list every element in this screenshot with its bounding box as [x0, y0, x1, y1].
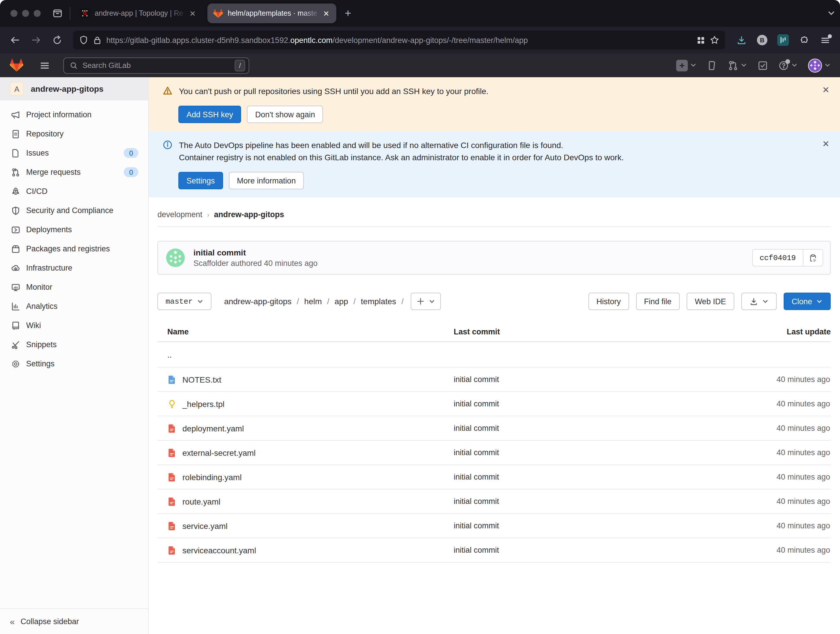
path-segment-app[interactable]: app [335, 296, 348, 306]
sidebar-item-snippets[interactable]: Snippets [0, 335, 148, 354]
dont-show-again-button[interactable]: Don't show again [247, 106, 323, 123]
commit-author-avatar [166, 249, 185, 267]
sidebar-item-analytics[interactable]: Analytics [0, 296, 148, 316]
rocket-icon [11, 187, 21, 196]
last-commit-link[interactable]: initial commit [454, 399, 697, 408]
firefox-view-icon[interactable] [49, 5, 66, 22]
file-name-link[interactable]: external-secret.yaml [182, 448, 256, 457]
history-button[interactable]: History [588, 293, 629, 310]
sidebar-item-settings[interactable]: Settings [0, 354, 148, 373]
zoom-window-button[interactable] [34, 10, 41, 17]
sidebar-item-infrastructure[interactable]: Infrastructure [0, 259, 148, 278]
minimize-window-button[interactable] [22, 10, 29, 17]
settings-button[interactable]: Settings [178, 172, 223, 189]
menu-notification-dot [828, 34, 832, 38]
breadcrumb: development › andrew-app-gitops [158, 210, 831, 219]
sidebar-item-monitor[interactable]: Monitor [0, 278, 148, 296]
tab-redhat-topology[interactable]: andrew-app | Topology | Red Ha ✕ [74, 3, 203, 23]
new-tab-button[interactable]: + [339, 4, 357, 23]
sidebar-item-deployments[interactable]: Deployments [0, 220, 148, 239]
downloads-icon[interactable] [732, 31, 750, 49]
branch-selector[interactable]: master [158, 293, 212, 310]
help-menu-button[interactable] [778, 60, 797, 71]
back-icon[interactable] [6, 31, 24, 49]
new-menu-button[interactable]: + [676, 60, 696, 71]
file-name-link[interactable]: serviceaccount.yaml [182, 546, 256, 555]
last-commit-link[interactable]: initial commit [454, 473, 697, 481]
bitwarden-icon[interactable]: B [753, 31, 771, 49]
url-text[interactable]: https://gitlab-gitlab.apps.cluster-d5nh9… [106, 36, 692, 44]
forward-icon[interactable] [27, 31, 45, 49]
last-commit-link[interactable]: initial commit [454, 546, 697, 554]
parent-directory-row[interactable]: .. [158, 342, 831, 367]
last-commit-link[interactable]: initial commit [454, 424, 697, 432]
file-name-link[interactable]: NOTES.txt [182, 375, 221, 384]
autodevops-alert-message: The Auto DevOps pipeline has been enable… [179, 139, 624, 164]
file-name-link[interactable]: rolebinding.yaml [182, 472, 242, 482]
download-source-button[interactable] [741, 293, 776, 310]
sidebar-item-packages-and-registries[interactable]: Packages and registries [0, 239, 148, 259]
sidebar-item-security-and-compliance[interactable]: Security and Compliance [0, 201, 148, 220]
copy-sha-icon[interactable] [803, 250, 823, 266]
menu-hamburger-icon[interactable] [816, 31, 834, 49]
sidebar-item-repository[interactable]: Repository [0, 124, 148, 144]
gitlab-menu-hamburger-icon[interactable] [36, 57, 53, 73]
search-input[interactable] [82, 61, 230, 70]
add-ssh-key-button[interactable]: Add SSH key [178, 106, 242, 123]
file-name-link[interactable]: service.yaml [182, 521, 228, 530]
gitlab-logo[interactable] [9, 58, 24, 72]
url-bar[interactable]: https://gitlab-gitlab.apps.cluster-d5nh9… [73, 31, 725, 49]
sidebar-item-merge-requests[interactable]: Merge requests0 [0, 162, 148, 182]
sidebar-item-label: Packages and registries [26, 244, 110, 253]
sidebar-item-project-information[interactable]: Project information [0, 105, 148, 124]
tab-close-icon[interactable]: ✕ [188, 8, 197, 19]
web-ide-button[interactable]: Web IDE [687, 293, 734, 310]
sidebar-item-label: Merge requests [26, 168, 81, 177]
breadcrumb-group-link[interactable]: development [158, 210, 202, 219]
add-file-button[interactable] [411, 293, 441, 310]
shield-icon[interactable] [79, 35, 88, 45]
sidebar-item-wiki[interactable]: Wiki [0, 316, 148, 335]
path-segment-andrew-app-gitops[interactable]: andrew-app-gitops [224, 296, 292, 306]
tab-close-icon[interactable]: ✕ [322, 8, 330, 19]
tab-gitlab-templates[interactable]: helm/app/templates · master · de ✕ [207, 3, 336, 23]
gitlab-search-box[interactable]: / [63, 57, 249, 73]
path-segment-helm[interactable]: helm [304, 296, 322, 306]
last-commit-link[interactable]: initial commit [454, 521, 697, 530]
last-commit-link[interactable]: initial commit [454, 448, 697, 457]
last-commit-link[interactable]: initial commit [454, 497, 697, 506]
path-segment-templates[interactable]: templates [361, 296, 396, 306]
file-name-link[interactable]: route.yaml [182, 497, 221, 506]
user-avatar-menu[interactable] [808, 58, 831, 72]
lock-icon[interactable] [93, 36, 102, 44]
file-name-link[interactable]: deployment.yaml [182, 424, 244, 433]
sidebar-item-ci-cd[interactable]: CI/CD [0, 182, 148, 201]
todos-icon[interactable] [758, 60, 768, 71]
more-information-button[interactable]: More information [229, 172, 304, 189]
merge-requests-menu-button[interactable] [728, 60, 747, 71]
sidebar-project-header[interactable]: A andrew-app-gitops [0, 77, 148, 101]
sidebar-item-issues[interactable]: Issues0 [0, 144, 148, 162]
path-breadcrumb: andrew-app-gitops/helm/app/templates/ [224, 296, 404, 306]
window-controls[interactable] [11, 10, 41, 17]
close-window-button[interactable] [11, 10, 17, 17]
file-table: Name Last commit Last update .. NOTES.tx… [158, 322, 831, 563]
collapse-sidebar-button[interactable]: « Collapse sidebar [0, 609, 148, 634]
commit-title-link[interactable]: initial commit [193, 248, 317, 257]
sidebery-icon[interactable] [774, 31, 793, 49]
list-tabs-chevron-icon[interactable] [827, 9, 835, 17]
close-icon[interactable]: ✕ [822, 139, 829, 148]
find-file-button[interactable]: Find file [636, 293, 680, 310]
issues-icon[interactable] [707, 60, 717, 71]
close-icon[interactable]: ✕ [822, 85, 829, 94]
last-commit-link[interactable]: initial commit [454, 375, 697, 384]
file-name-link[interactable]: _helpers.tpl [182, 399, 224, 408]
screenshot-grid-icon[interactable] [696, 36, 705, 44]
clone-button[interactable]: Clone [783, 293, 831, 310]
breadcrumb-project: andrew-app-gitops [214, 210, 284, 219]
path-separator: / [354, 296, 356, 306]
bookmark-star-icon[interactable] [710, 35, 719, 45]
extensions-puzzle-icon[interactable] [795, 31, 813, 49]
reload-icon[interactable] [47, 31, 66, 49]
table-row-notes-txt: NOTES.txtinitial commit40 minutes ago [158, 367, 831, 392]
